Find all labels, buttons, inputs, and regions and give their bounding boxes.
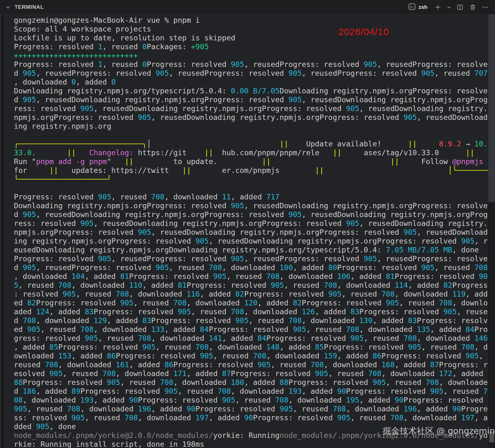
terminal-line: Progress: resolved 1, reused 0Packages: … — [14, 42, 488, 51]
terminal-line: , downloaded 0, added 0 — [14, 78, 488, 86]
split-terminal-button[interactable] — [455, 2, 465, 13]
terminal-line: ing registry.npmjs.org — [14, 122, 488, 131]
scrollbar-thumb[interactable] — [488, 15, 495, 202]
terminal-line: d 186, added 89Progress: resolved 905, r… — [14, 387, 488, 396]
new-terminal-button[interactable] — [432, 2, 443, 13]
terminal-line — [14, 131, 488, 139]
terminal-line: gongzemin@gongzes-MacBook-Air vue % pnpm… — [14, 16, 488, 25]
terminal-line: eusedDownloading registry.npmjs.orgDownl… — [14, 245, 488, 254]
terminal-line — [14, 184, 488, 192]
terminal-line: ing registry.npmjs.orgProgress: resolved… — [14, 237, 488, 245]
terminal-line: d 905, reusedDownloading registry.npmjs.… — [14, 95, 488, 104]
terminal-line: Progress: resolved 905, reused 708, down… — [14, 192, 488, 201]
panel-collapse-chevron-icon[interactable] — [4, 4, 11, 11]
terminal-line: 905, reused 708, downloaded 196, added 9… — [14, 404, 488, 413]
panel-title: TERMINAL — [15, 4, 44, 10]
terminal-line: : resolved 905, reused 708, downloaded 1… — [14, 290, 488, 298]
terminal-profile-item[interactable]: zsh — [408, 3, 427, 12]
terminal-line: ++++++++++++++++++++++++++++ — [14, 51, 488, 60]
date-annotation: 2026/04/10 — [338, 27, 389, 37]
terminal-line: reused 708, downloaded 161, added 86Prog… — [14, 360, 488, 369]
terminal-line: d 905, reusedProgress: resolved 905, reu… — [14, 69, 488, 78]
terminal-panel-header: TERMINAL zsh — [0, 0, 495, 15]
terminal-line: ress: resolved 905, reusedDownloading re… — [14, 219, 488, 228]
terminal-line: Downloading registry.npmjs.orgProgress: … — [14, 201, 488, 210]
terminal-line: ed 905, reused 708, downloaded 133, adde… — [14, 325, 488, 334]
terminal-viewport[interactable]: gongzemin@gongzes-MacBook-Air vue % pnpm… — [0, 15, 495, 448]
more-actions-button[interactable] — [480, 2, 491, 13]
kill-terminal-button[interactable] — [467, 2, 478, 13]
terminal-line: ownloaded 153, added 86Progress: resolve… — [14, 351, 488, 360]
terminal-line: Scope: all 4 workspace projects — [14, 25, 488, 33]
terminal-line: Run "pnpm add -g pnpm" || to update. || … — [14, 157, 488, 166]
terminal-line: Progress: resolved 905, reusedProgress: … — [14, 254, 488, 263]
terminal-line: 5, reused 708, downloaded 110, added 81P… — [14, 281, 488, 290]
terminal-line: 08, downloaded 193, added 90Progress: re… — [14, 396, 488, 404]
terminal-line: ╭────────────────────────────╮│ || Updat… — [14, 139, 488, 148]
terminal-line: ed 82Progress: resolved 905, reused 708,… — [14, 298, 488, 307]
terminal-line: gress: resolved 905, reused 708, downloa… — [14, 334, 488, 343]
terminal-line: npmjs.orgProgress: resolved 905, reusedD… — [14, 228, 488, 237]
terminal-line: , added 85Progress: resolved 905, reused… — [14, 343, 488, 351]
terminal-line: 33.0. || Changelog: https://git || hub.c… — [14, 148, 488, 157]
terminal-line: for || updates: https://twitt || er.com/… — [14, 166, 488, 175]
watermark: 掘金技术社区 @ gongzemin — [383, 425, 495, 437]
terminal-line: ╰────────────────────╯ — [14, 175, 488, 184]
shell-name-label: zsh — [419, 4, 427, 10]
profile-dropdown-chevron-icon[interactable] — [445, 2, 453, 13]
terminal-line: rkie: Running install script, done in 19… — [14, 440, 488, 448]
terminal-line: ss: resolved 905, reused 708, downloaded… — [14, 413, 488, 422]
terminal-line: d 708, downloaded 129, added 83Progress:… — [14, 316, 488, 325]
terminal-line: Downloading registry.npmjs.org/typescrip… — [14, 86, 488, 95]
terminal-line: Progress: resolved 1, reused 0Progress: … — [14, 60, 488, 69]
terminal-line: d 905, reusedDownloading registry.npmjs.… — [14, 210, 488, 219]
terminal-line: aded 124, added 83Progress: resolved 905… — [14, 307, 488, 316]
terminal-prompt-icon — [408, 3, 416, 12]
terminal-line: ress: resolved 905, reusedDownloading re… — [14, 104, 488, 113]
terminal-line: esolved 905, reused 708, downloaded 171,… — [14, 369, 488, 378]
terminal-line: d 905, reusedProgress: resolved 905, reu… — [14, 263, 488, 272]
terminal-scrollbar[interactable] — [488, 15, 495, 448]
terminal-line: Lockfile is up to date, resolution step … — [14, 33, 488, 42]
terminal-line: npmjs.orgProgress: resolved 905, reusedD… — [14, 113, 488, 122]
terminal-line: , downloaded 104, added 81Progress: reso… — [14, 272, 488, 281]
terminal-line: 88Progress: resolved 905, reused 708, do… — [14, 378, 488, 387]
terminal-output: gongzemin@gongzes-MacBook-Air vue % pnpm… — [0, 15, 495, 448]
